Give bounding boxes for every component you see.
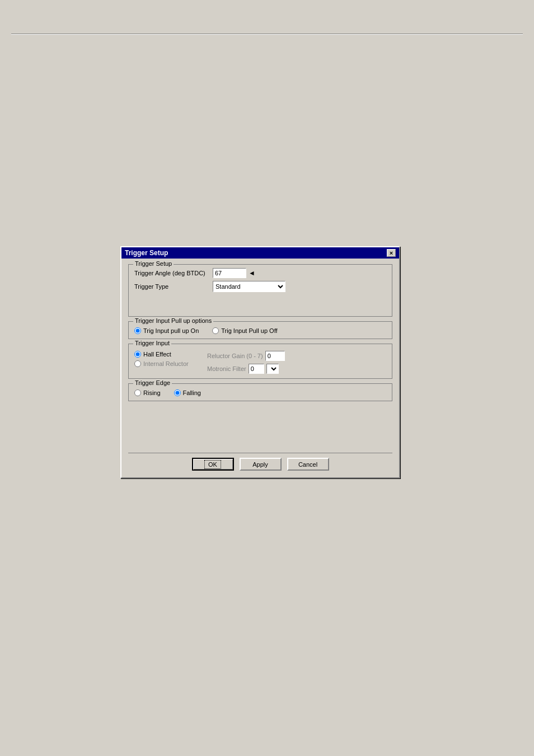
trigger-input-group-label: Trigger Input <box>133 340 171 346</box>
reluctor-gain-input[interactable] <box>265 351 285 361</box>
trigger-type-label: Trigger Type <box>134 283 213 290</box>
content-spacer <box>128 406 392 450</box>
motronic-filter-label: Motronic Filter <box>207 365 246 372</box>
trigger-type-row: Trigger Type Standard Missing Tooth Cust… <box>134 281 386 292</box>
trigger-angle-row: Trigger Angle (deg BTDC) ◄ <box>134 268 386 278</box>
trigger-type-select[interactable]: Standard Missing Tooth Custom <box>213 281 285 292</box>
falling-label[interactable]: Falling <box>174 389 201 396</box>
apply-button[interactable]: Apply <box>240 458 282 471</box>
trigger-setup-group: Trigger Setup Trigger Angle (deg BTDC) ◄… <box>128 264 392 317</box>
page-background: Trigger Setup × Trigger Setup Trigger An… <box>0 0 534 756</box>
top-divider <box>11 34 523 35</box>
motronic-filter-row: Motronic Filter 0 1 2 <box>207 364 285 374</box>
reluctor-gain-label: Reluctor Gain (0 - 7) <box>207 353 263 359</box>
falling-radio[interactable] <box>174 389 181 396</box>
trigger-input-layout: Hall Effect Internal Reluctor Reluctor G… <box>134 351 386 374</box>
trigger-input-params: Reluctor Gain (0 - 7) Motronic Filter 0 … <box>207 351 285 374</box>
trigger-edge-group: Trigger Edge Rising Falling <box>128 383 392 401</box>
dialog-title: Trigger Setup <box>125 249 387 257</box>
falling-text: Falling <box>183 389 201 396</box>
reluctor-gain-row: Reluctor Gain (0 - 7) <box>207 351 285 361</box>
pull-up-options-group: Trigger Input Pull up options Trig Input… <box>128 321 392 339</box>
dialog-titlebar: Trigger Setup × <box>121 247 399 259</box>
internal-reluctor-text: Internal Reluctor <box>143 360 189 367</box>
pull-up-on-radio[interactable] <box>134 327 141 334</box>
pull-up-group-label: Trigger Input Pull up options <box>133 317 213 324</box>
trigger-setup-dialog: Trigger Setup × Trigger Setup Trigger An… <box>120 246 400 478</box>
pull-up-on-label[interactable]: Trig Input pull up On <box>134 327 199 334</box>
rising-radio[interactable] <box>134 389 141 396</box>
motronic-filter-input[interactable] <box>249 364 264 374</box>
pull-up-off-radio[interactable] <box>212 327 219 334</box>
hall-effect-label[interactable]: Hall Effect <box>134 351 196 358</box>
trigger-input-radios: Hall Effect Internal Reluctor <box>134 351 207 374</box>
trigger-angle-arrow: ◄ <box>249 269 255 277</box>
ok-button-label: OK <box>204 460 221 469</box>
trigger-edge-group-label: Trigger Edge <box>133 379 172 386</box>
pull-up-on-text: Trig Input pull up On <box>143 327 199 334</box>
motronic-filter-select[interactable]: 0 1 2 <box>266 364 279 374</box>
dialog-close-button[interactable]: × <box>387 249 396 257</box>
button-row: OK Apply Cancel <box>128 453 392 473</box>
trigger-angle-input[interactable] <box>213 268 246 278</box>
pull-up-off-label[interactable]: Trig Input Pull up Off <box>212 327 277 334</box>
internal-reluctor-radio[interactable] <box>134 360 141 367</box>
pull-up-off-text: Trig Input Pull up Off <box>221 327 277 334</box>
ok-button[interactable]: OK <box>192 458 234 471</box>
trigger-angle-label: Trigger Angle (deg BTDC) <box>134 270 213 276</box>
hall-effect-text: Hall Effect <box>143 351 171 358</box>
trigger-input-group: Trigger Input Hall Effect Internal Reluc… <box>128 344 392 379</box>
trigger-edge-radio-group: Rising Falling <box>134 389 386 396</box>
rising-label[interactable]: Rising <box>134 389 161 396</box>
internal-reluctor-label[interactable]: Internal Reluctor <box>134 360 196 367</box>
rising-text: Rising <box>143 389 161 396</box>
hall-effect-radio[interactable] <box>134 351 141 358</box>
pull-up-radio-group: Trig Input pull up On Trig Input Pull up… <box>134 327 386 334</box>
dialog-body: Trigger Setup Trigger Angle (deg BTDC) ◄… <box>121 259 399 477</box>
cancel-button[interactable]: Cancel <box>287 458 329 471</box>
trigger-setup-group-label: Trigger Setup <box>133 260 174 267</box>
